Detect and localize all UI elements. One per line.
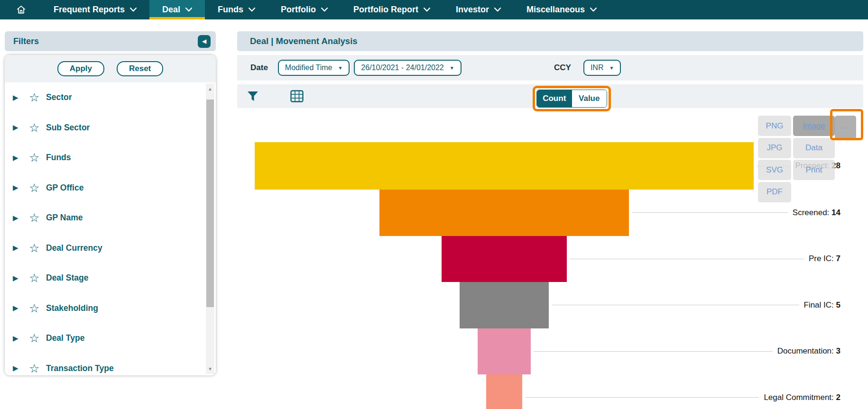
favorite-star-icon[interactable]: ☆	[29, 242, 46, 254]
filter-item-gp-name[interactable]: ▶☆GP Name	[5, 203, 204, 233]
expand-caret-icon[interactable]: ▶	[13, 364, 23, 373]
export-svg-button[interactable]: SVG	[758, 160, 791, 180]
export-print-button[interactable]: Print	[793, 160, 835, 180]
currency-dropdown[interactable]: INR ▼	[583, 60, 621, 76]
ccy-label: CCY	[554, 63, 571, 73]
expand-caret-icon[interactable]: ▶	[13, 123, 23, 132]
filter-item-sub-sector[interactable]: ▶☆Sub Sector	[5, 113, 204, 143]
export-png-button[interactable]: PNG	[758, 116, 791, 136]
nav-item-portfolio-report[interactable]: Portfolio Report	[341, 0, 443, 19]
favorite-star-icon[interactable]: ☆	[29, 122, 46, 134]
top-nav: Frequent ReportsDealFundsPortfolioPortfo…	[0, 0, 868, 19]
count-value-toggle: CountValue	[536, 90, 607, 108]
home-button[interactable]	[0, 0, 41, 19]
connector-line	[552, 305, 799, 305]
nav-item-label: Investor	[456, 5, 489, 15]
funnel-segment-screened[interactable]	[379, 190, 629, 236]
filter-item-deal-currency[interactable]: ▶☆Deal Currency	[5, 233, 204, 264]
count-value-toggle-highlight: CountValue	[533, 86, 611, 111]
expand-caret-icon[interactable]: ▶	[13, 183, 23, 192]
chevron-down-icon	[249, 8, 255, 12]
filter-item-label: Funds	[46, 153, 71, 163]
expand-caret-icon[interactable]: ▶	[13, 304, 23, 312]
favorite-star-icon[interactable]: ☆	[29, 363, 46, 374]
funnel-label-text: Final IC: 5	[804, 300, 841, 310]
connector-line	[570, 259, 804, 259]
date-range-value: 26/10/2021 - 24/01/2022	[361, 64, 443, 72]
sidebar-scrollbar[interactable]: ▲ ▼	[206, 83, 214, 374]
main-content: Deal | Movement Analysis Date Modified T…	[237, 31, 863, 409]
filter-item-deal-stage[interactable]: ▶☆Deal Stage	[5, 263, 204, 293]
collapse-filters-button[interactable]: ◀	[198, 35, 211, 48]
filter-item-funds[interactable]: ▶☆Funds	[5, 143, 204, 173]
export-data-button[interactable]: Data	[793, 138, 835, 158]
chevron-down-icon	[185, 8, 192, 12]
favorite-star-icon[interactable]: ☆	[29, 272, 46, 284]
filter-item-label: Transaction Type	[46, 364, 114, 373]
expand-caret-icon[interactable]: ▶	[13, 93, 23, 102]
scroll-down-icon[interactable]: ▼	[206, 364, 214, 373]
nav-item-funds[interactable]: Funds	[205, 0, 268, 19]
filters-header: Filters ◀	[5, 31, 216, 51]
nav-item-investor[interactable]: Investor	[443, 0, 514, 19]
expand-caret-icon[interactable]: ▶	[13, 274, 23, 282]
funnel-label-text: Pre IC: 7	[809, 254, 840, 264]
filter-item-stakeholding[interactable]: ▶☆Stakeholding	[5, 293, 204, 324]
export-image-button[interactable]: Image	[793, 116, 835, 136]
favorite-star-icon[interactable]: ☆	[29, 91, 46, 103]
nav-item-label: Funds	[218, 5, 243, 15]
export-more-button[interactable]: ...	[835, 116, 856, 139]
expand-caret-icon[interactable]: ▶	[13, 334, 23, 343]
favorite-star-icon[interactable]: ☆	[29, 332, 46, 344]
nav-item-label: Frequent Reports	[54, 5, 125, 15]
date-type-value: Modified Time	[285, 64, 332, 72]
scrollbar-thumb[interactable]	[206, 100, 214, 307]
favorite-star-icon[interactable]: ☆	[29, 212, 46, 224]
nav-item-portfolio[interactable]: Portfolio	[268, 0, 341, 19]
funnel-chart: Prospect: 28Screened: 14Pre IC: 7Final I…	[237, 109, 863, 409]
funnel-segment-final-ic[interactable]	[460, 282, 549, 328]
filter-item-deal-type[interactable]: ▶☆Deal Type	[5, 323, 204, 354]
ccy-group: CCY INR ▼	[554, 60, 621, 76]
favorite-star-icon[interactable]: ☆	[29, 152, 46, 164]
nav-item-frequent-reports[interactable]: Frequent Reports	[41, 0, 149, 19]
nav-item-miscellaneous[interactable]: Miscellaneous	[514, 0, 609, 19]
date-type-dropdown[interactable]: Modified Time ▼	[278, 60, 350, 76]
reset-button[interactable]: Reset	[117, 61, 163, 76]
chevron-down-icon	[494, 8, 501, 12]
filters-title: Filters	[13, 36, 198, 46]
export-jpg-button[interactable]: JPG	[758, 138, 791, 158]
funnel-label-text: Documentation: 3	[777, 346, 840, 356]
funnel-label-final-ic: Final IC: 5	[552, 300, 840, 310]
filter-item-label: Stakeholding	[46, 303, 98, 313]
chevron-down-icon	[130, 8, 137, 12]
table-view-button[interactable]	[289, 89, 305, 103]
filter-item-gp-office[interactable]: ▶☆GP Office	[5, 173, 204, 203]
toggle-option-count[interactable]: Count	[537, 90, 572, 107]
funnel-segment-pre-ic[interactable]	[442, 236, 566, 282]
export-pdf-button[interactable]: PDF	[758, 182, 791, 202]
chevron-down-icon: ▼	[338, 65, 342, 71]
filter-item-sector[interactable]: ▶☆Sector	[5, 82, 204, 113]
filter-item-label: GP Name	[46, 213, 83, 223]
chevron-down-icon	[424, 8, 430, 12]
chevron-left-icon: ◀	[202, 38, 206, 45]
apply-button[interactable]: Apply	[57, 61, 104, 76]
favorite-star-icon[interactable]: ☆	[29, 182, 46, 194]
funnel-filter-icon	[247, 91, 259, 101]
funnel-segment-legal-commitment[interactable]	[486, 374, 522, 409]
scroll-up-icon[interactable]: ▲	[206, 84, 214, 93]
expand-caret-icon[interactable]: ▶	[13, 154, 23, 162]
toggle-option-value[interactable]: Value	[572, 90, 607, 107]
filter-toggle-button[interactable]	[246, 90, 260, 103]
favorite-star-icon[interactable]: ☆	[29, 302, 46, 314]
filter-item-transaction-type[interactable]: ▶☆Transaction Type	[5, 354, 204, 376]
filter-item-label: Deal Type	[46, 333, 84, 343]
funnel-segment-prospect[interactable]	[255, 142, 754, 190]
date-range-dropdown[interactable]: 26/10/2021 - 24/01/2022 ▼	[354, 60, 461, 76]
expand-caret-icon[interactable]: ▶	[13, 244, 23, 252]
funnel-label-screened: Screened: 14	[632, 208, 840, 218]
nav-item-deal[interactable]: Deal	[149, 0, 205, 19]
expand-caret-icon[interactable]: ▶	[13, 214, 23, 222]
funnel-segment-documentation[interactable]	[478, 328, 531, 375]
